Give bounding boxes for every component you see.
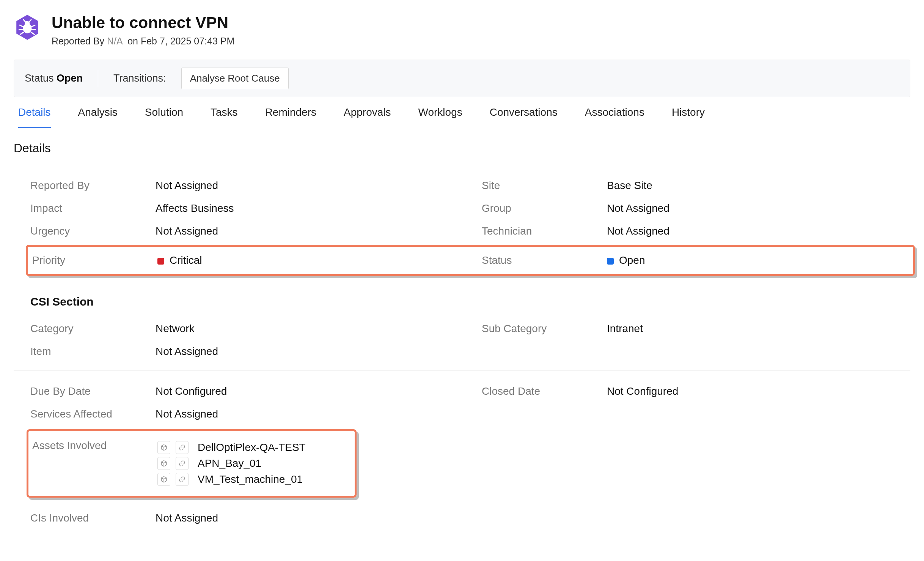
divider [98,70,98,87]
status-value: Open [57,72,83,84]
cis-grid: CIs InvolvedNot Assigned [14,507,910,529]
field-technician: TechnicianNot Assigned [482,220,910,243]
cube-icon[interactable] [157,441,170,454]
field-subcategory: Sub CategoryIntranet [482,317,910,340]
transition-analyse-root-cause-button[interactable]: Analyse Root Cause [181,68,289,89]
highlight-assets-involved: Assets Involved DellOptiPlex-QA-TEST APN… [27,429,357,498]
status-bar: Status Open Transitions: Analyse Root Ca… [14,60,910,97]
details-section-title: Details [14,141,910,155]
field-impact: ImpactAffects Business [30,197,459,220]
cube-icon[interactable] [157,473,170,486]
asset-item: VM_Test_machine_01 [157,471,351,487]
link-icon[interactable] [176,473,189,486]
asset-item: APN_Bay_01 [157,455,351,471]
tab-history[interactable]: History [672,106,705,128]
reporter-line: Reported By N/A on Feb 7, 2025 07:43 PM [52,36,234,47]
link-icon[interactable] [176,441,189,454]
divider [14,370,910,371]
on-label: on [127,36,138,46]
transitions-label: Transitions: [113,72,166,84]
asset-name: DellOptiPlex-QA-TEST [198,441,306,454]
reported-by-value: N/A [107,36,122,46]
field-services-affected: Services AffectedNot Assigned [30,403,459,425]
tab-reminders[interactable]: Reminders [265,106,316,128]
field-priority: Priority Critical [32,247,459,274]
tab-details[interactable]: Details [18,106,51,128]
field-category: CategoryNetwork [30,317,459,340]
status-chunk: Status Open [25,72,83,84]
page-title: Unable to connect VPN [52,14,234,32]
divider [14,286,910,286]
field-closed-date: Closed DateNot Configured [482,380,910,403]
tab-solution[interactable]: Solution [145,106,183,128]
reported-by-label: Reported By [52,36,104,46]
tab-analysis[interactable]: Analysis [78,106,118,128]
field-cis-involved: CIs InvolvedNot Assigned [30,507,459,529]
link-icon[interactable] [176,457,189,470]
assets-involved-label: Assets Involved [32,440,157,452]
asset-item: DellOptiPlex-QA-TEST [157,440,351,455]
field-status: Status Open [482,247,908,274]
field-site: SiteBase Site [482,174,910,197]
field-item: ItemNot Assigned [30,340,459,363]
page-header: Unable to connect VPN Reported By N/A on… [14,14,910,47]
tab-associations[interactable]: Associations [585,106,644,128]
asset-name: VM_Test_machine_01 [198,473,303,485]
highlight-priority-status: Priority Critical Status Open [26,245,915,276]
tab-tasks[interactable]: Tasks [211,106,238,128]
tab-conversations[interactable]: Conversations [490,106,558,128]
field-urgency: UrgencyNot Assigned [30,220,459,243]
asset-name: APN_Bay_01 [198,457,261,470]
bug-icon [14,14,41,41]
field-group: GroupNot Assigned [482,197,910,220]
tab-approvals[interactable]: Approvals [344,106,391,128]
priority-swatch-icon [157,258,164,265]
tabs: Details Analysis Solution Tasks Reminder… [14,97,910,128]
details-grid: Reported ByNot Assigned ImpactAffects Bu… [14,174,910,278]
field-due-by-date: Due By DateNot Configured [30,380,459,403]
reported-date: Feb 7, 2025 07:43 PM [141,36,234,46]
cube-icon[interactable] [157,457,170,470]
csi-grid: CategoryNetwork ItemNot Assigned Sub Cat… [14,317,910,363]
dates-grid: Due By DateNot Configured Services Affec… [14,380,910,425]
tab-worklogs[interactable]: Worklogs [418,106,462,128]
field-reported-by: Reported ByNot Assigned [30,174,459,197]
status-swatch-icon [607,258,614,265]
status-label: Status [25,72,54,84]
csi-section-title: CSI Section [30,295,910,308]
